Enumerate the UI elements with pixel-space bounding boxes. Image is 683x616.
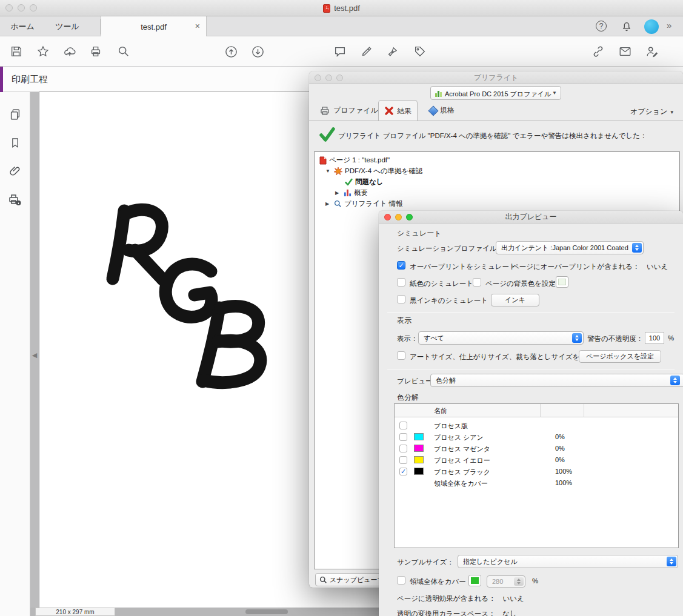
profile-burst-icon: [334, 167, 342, 176]
save-icon: [10, 45, 23, 58]
print-production-accent: [0, 67, 3, 92]
result-tree-item[interactable]: ページ 1 : "test.pdf": [319, 156, 390, 165]
plate-checkbox[interactable]: [399, 433, 407, 441]
separation-row[interactable]: プロセス版: [395, 420, 678, 431]
tab-home-label: ホーム: [10, 21, 35, 32]
previous-page-button[interactable]: [218, 36, 244, 67]
bookmarks-button[interactable]: [0, 130, 30, 156]
preflight-tab-profiles[interactable]: プロファイル: [314, 100, 384, 121]
black-ink-checkbox[interactable]: [397, 295, 405, 303]
plate-swatch: [414, 456, 424, 463]
person-pen-icon: [645, 45, 659, 58]
highlight-button[interactable]: [353, 36, 380, 67]
pages-icon: [8, 108, 22, 121]
preflight-profile-select[interactable]: Acrobat Pro DC 2015 プロファイル ▼: [430, 86, 561, 100]
separation-row[interactable]: プロセス マゼンタ 0%: [395, 443, 678, 454]
paper-color-checkbox[interactable]: [397, 278, 405, 286]
page-background-colorwell[interactable]: [556, 276, 568, 288]
separation-row[interactable]: 領域全体をカバー 100%: [395, 477, 678, 489]
separation-row[interactable]: ✓ プロセス ブラック 100%: [395, 466, 678, 477]
plate-name: プロセス マゼンタ: [434, 445, 490, 454]
simulation-profile-value: 出力インテント :Japan Color 2001 Coated: [501, 243, 630, 253]
printer-icon: [89, 45, 102, 58]
sign-profile-button[interactable]: [638, 36, 665, 67]
plate-checkbox[interactable]: [399, 422, 407, 429]
tab-tools[interactable]: ツール: [47, 16, 87, 36]
tag-tool-button[interactable]: [407, 36, 433, 67]
disclosure-right-icon[interactable]: ▶: [325, 201, 332, 207]
simulate-overprint-checkbox[interactable]: ✓: [397, 261, 405, 270]
tab-document[interactable]: test.pdf ×: [101, 16, 207, 37]
tab-home[interactable]: ホーム: [5, 16, 40, 36]
search-button[interactable]: [110, 36, 137, 67]
pdf-file-icon: [323, 4, 330, 13]
account-button[interactable]: [644, 19, 659, 34]
page-boxes-checkbox[interactable]: [397, 351, 405, 360]
profile-select-value: Acrobat Pro DC 2015 プロファイル: [445, 90, 551, 99]
plate-value: 100%: [555, 468, 572, 475]
disclosure-down-icon[interactable]: ▼: [325, 168, 332, 174]
separation-row[interactable]: プロセス イエロー 0%: [395, 454, 678, 466]
result-tree-item[interactable]: ▶ 概要: [335, 188, 368, 197]
more-tools-button[interactable]: »: [667, 20, 671, 30]
preflight-tab-results[interactable]: 結果: [378, 100, 418, 121]
success-check-icon: [319, 126, 336, 143]
print-button[interactable]: [82, 36, 109, 67]
sample-size-select[interactable]: 指定したピクセル: [458, 555, 678, 568]
preflight-tab-standards[interactable]: 規格: [424, 100, 460, 121]
result-tree-item[interactable]: ▶ プリフライト 情報: [325, 199, 403, 208]
plate-checkbox[interactable]: [399, 456, 407, 464]
result-tree-item[interactable]: ▼ PDF/X-4 への準拠を確認: [325, 167, 423, 176]
plate-checkbox[interactable]: [399, 445, 407, 452]
link-button[interactable]: [585, 36, 611, 67]
output-previews-button[interactable]: [0, 187, 30, 213]
favorites-button[interactable]: [30, 36, 56, 67]
summary-chart-icon: [344, 189, 351, 197]
collapse-panel-button[interactable]: ◀: [31, 349, 38, 361]
show-select[interactable]: すべて: [418, 331, 584, 345]
page-size-badge: 210 x 297 mm: [35, 608, 115, 616]
attachments-button[interactable]: [0, 157, 30, 184]
next-page-button[interactable]: [244, 36, 271, 67]
simulation-profile-select[interactable]: 出力インテント :Japan Color 2001 Coated: [496, 241, 644, 254]
page-thumbnails-button[interactable]: [0, 101, 30, 128]
email-button[interactable]: [611, 36, 638, 67]
check-icon: [345, 178, 353, 186]
fill-sign-button[interactable]: [379, 36, 406, 67]
result-tree-item[interactable]: 問題なし: [345, 177, 384, 187]
stepper-icon: [572, 333, 582, 343]
separation-row[interactable]: プロセス シアン 0%: [395, 431, 678, 443]
close-tab-icon[interactable]: ×: [195, 21, 200, 31]
transparency-status-text: ページに透明効果が含まれる： いいえ: [397, 594, 524, 603]
ink-manager-button[interactable]: インキ: [491, 294, 539, 306]
preview-select-value: 色分解: [436, 376, 671, 385]
marker-pen-icon: [360, 45, 373, 58]
share-cloud-button[interactable]: [56, 36, 83, 67]
plate-value: 0%: [555, 433, 565, 440]
star-icon: [36, 45, 50, 58]
preview-select[interactable]: 色分解: [430, 374, 683, 387]
save-button[interactable]: [3, 36, 30, 67]
help-button[interactable]: ?: [596, 21, 607, 31]
page-background-checkbox[interactable]: [473, 278, 481, 286]
plate-checkbox[interactable]: ✓: [399, 468, 407, 475]
cloud-upload-icon: [62, 45, 77, 58]
notifications-button[interactable]: [621, 20, 633, 35]
horizontal-scrollbar[interactable]: [245, 609, 288, 614]
separations-table[interactable]: 名前 プロセス版 プロセス シアン 0% プロセス マゼンタ 0%: [394, 403, 679, 548]
warning-opacity-input[interactable]: [645, 332, 664, 344]
avatar: [644, 19, 659, 34]
separations-table-header: 名前: [395, 404, 678, 417]
set-page-boxes-button[interactable]: ページボックスを設定: [579, 350, 661, 363]
envelope-icon: [618, 45, 632, 58]
simulation-profile-label: シミュレーションプロファイル：: [397, 244, 504, 253]
total-coverage-checkbox[interactable]: [397, 576, 405, 585]
coverage-value-select[interactable]: 280: [487, 575, 525, 588]
plate-swatch: [414, 445, 424, 452]
comment-button[interactable]: [327, 36, 353, 67]
coverage-colorwell[interactable]: [468, 575, 481, 586]
disclosure-right-icon[interactable]: ▶: [335, 190, 341, 196]
preflight-options-button[interactable]: オプション ▼: [630, 107, 675, 117]
page-size-text: 210 x 297 mm: [56, 609, 94, 615]
stepper-icon: [670, 376, 680, 385]
